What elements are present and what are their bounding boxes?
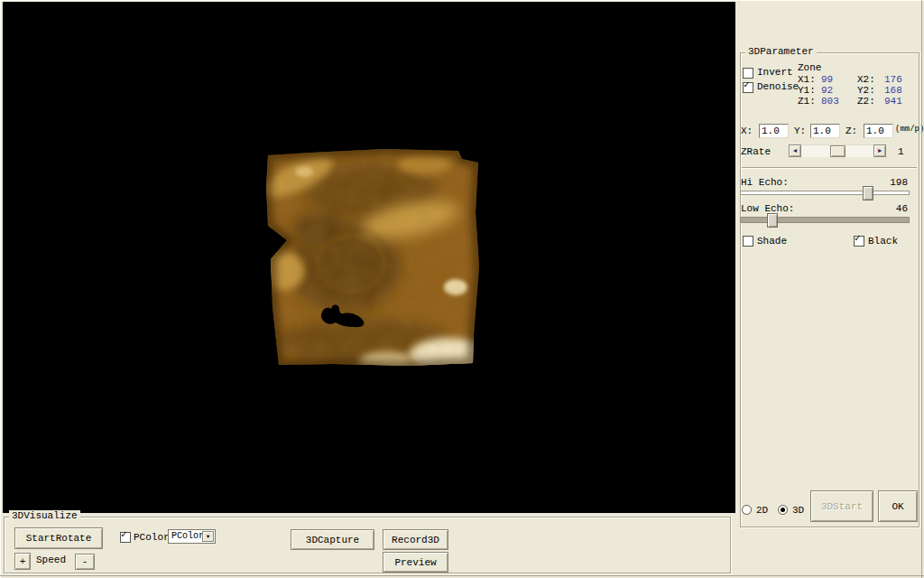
pcolor-dropdown[interactable]: PColor ▼ (168, 529, 216, 544)
pcolor-checkbox[interactable]: ✓ (120, 532, 131, 543)
3d-viewport[interactable] (3, 2, 735, 513)
black-checkbox[interactable]: ✓ (854, 236, 864, 247)
3dstart-button: 3DStart (810, 490, 873, 522)
check-icon: ✓ (121, 529, 127, 540)
low-echo-value: 46 (882, 204, 908, 214)
zone-y2-value: 168 (884, 86, 902, 96)
scale-x-label: X: (741, 126, 753, 136)
window-top-highlight (0, 0, 924, 1)
invert-checkbox[interactable] (743, 68, 753, 79)
scale-z-label: Z: (845, 126, 857, 136)
3d-render-svg (3, 2, 735, 513)
zone-z2-label: Z2: (857, 97, 875, 107)
mode-3d-label: 3D (792, 506, 804, 516)
denoise-checkbox[interactable]: ✓ (743, 82, 753, 93)
low-echo-slider-thumb[interactable] (767, 213, 778, 228)
start-rotate-button[interactable]: StartRotate (14, 527, 103, 549)
scroll-left-button[interactable]: ◄ (789, 144, 801, 157)
zone-x1-value: 99 (821, 75, 833, 85)
preview-button[interactable]: Preview (383, 552, 448, 573)
scroll-right-button[interactable]: ► (873, 144, 886, 157)
window-right-border (921, 0, 922, 578)
denoise-label: Denoise (757, 82, 799, 92)
invert-label: Invert (757, 68, 793, 78)
parameter-group-title: 3DParameter (745, 46, 817, 58)
mode-2d-radio[interactable] (742, 505, 752, 515)
shade-label: Shade (757, 237, 787, 247)
scale-y-input[interactable] (810, 124, 840, 138)
scale-x-input[interactable] (759, 124, 789, 138)
scroll-right-icon: ► (878, 147, 882, 154)
scale-z-input[interactable] (864, 124, 893, 138)
record3d-button[interactable]: Record3D (383, 529, 448, 550)
pcolor-label: PColor (134, 533, 170, 543)
ok-button[interactable]: OK (878, 490, 918, 522)
zone-y1-label: Y1: (798, 86, 816, 96)
window-bottom-border (0, 575, 924, 576)
app-window: 3DParameter Invert ✓ Denoise Zone X1: 99… (0, 0, 924, 578)
window-left-highlight (0, 0, 1, 578)
separator (742, 167, 917, 169)
speed-label: Speed (36, 555, 66, 565)
scale-unit-label: (mm/p) (895, 125, 924, 135)
chevron-down-icon: ▼ (207, 534, 210, 540)
zrate-label: ZRate (741, 147, 771, 157)
check-icon: ✓ (744, 79, 750, 90)
zrate-scrollbar[interactable]: ◄ ► (789, 144, 886, 157)
zone-z1-value: 803 (821, 97, 839, 107)
scroll-left-icon: ◄ (793, 147, 797, 154)
render-surface (258, 143, 488, 374)
mode-3d-radio[interactable] (778, 505, 788, 515)
check-icon: ✓ (855, 233, 861, 244)
zrate-value: 1 (898, 147, 904, 157)
black-label: Black (868, 237, 898, 247)
shade-checkbox[interactable] (743, 236, 753, 247)
zone-z2-value: 941 (884, 97, 902, 107)
zrate-scrollbar-thumb[interactable] (830, 145, 845, 157)
mode-2d-label: 2D (756, 506, 768, 516)
pcolor-dropdown-value: PColor (171, 531, 204, 542)
zone-label: Zone (798, 63, 821, 73)
hi-echo-value: 198 (882, 178, 908, 188)
zone-y1-value: 92 (821, 86, 833, 96)
zone-z1-label: Z1: (798, 97, 816, 107)
hi-echo-slider-thumb[interactable] (863, 186, 873, 200)
dropdown-button[interactable]: ▼ (202, 531, 214, 542)
zone-y2-label: Y2: (857, 86, 875, 96)
3dcapture-button[interactable]: 3DCapture (291, 529, 374, 550)
zone-x2-value: 176 (884, 75, 902, 85)
low-echo-slider-track[interactable] (740, 217, 910, 223)
visualize-group-title: 3DVisualize (9, 510, 80, 522)
zrate-scrollbar-track[interactable] (801, 144, 873, 157)
speed-plus-button[interactable]: + (14, 553, 31, 570)
speed-minus-button[interactable]: - (75, 554, 95, 570)
zone-x2-label: X2: (857, 75, 875, 85)
zone-x1-label: X1: (798, 75, 816, 85)
scale-y-label: Y: (794, 126, 806, 136)
hi-echo-label: Hi Echo: (741, 178, 789, 188)
hi-echo-slider-track[interactable] (740, 191, 910, 195)
